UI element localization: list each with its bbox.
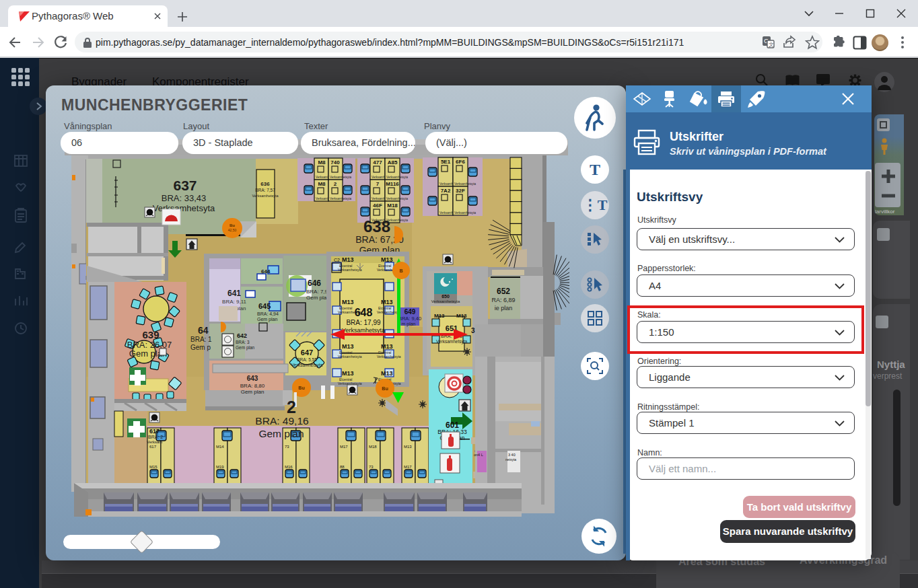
- svg-text:5E1: 5E1: [441, 159, 451, 165]
- svg-text:Verksamhetsyta: Verksamhetsyta: [252, 194, 279, 198]
- svg-text:Verksamhetsyta: Verksamhetsyta: [386, 176, 409, 179]
- svg-text:3 40: 3 40: [508, 453, 516, 457]
- svg-text:M13: M13: [456, 313, 467, 319]
- svg-text:M18: M18: [387, 203, 398, 209]
- svg-text:648: 648: [355, 307, 373, 318]
- svg-text:Verksamhetsyta: Verksamhetsyta: [342, 327, 385, 334]
- svg-text:647: 647: [301, 348, 313, 357]
- svg-text:BRA: 7,57: BRA: 7,57: [255, 188, 275, 192]
- svg-text:Gem p: Gem p: [190, 344, 211, 351]
- svg-text:BRA: 4,94: BRA: 4,94: [257, 311, 279, 316]
- svg-text:M13: M13: [342, 299, 354, 305]
- svg-text:M14: M14: [216, 445, 224, 449]
- svg-text:M13: M13: [434, 313, 445, 319]
- svg-text:BRA: 5,55: BRA: 5,55: [297, 357, 317, 362]
- svg-text:641: 641: [227, 289, 241, 298]
- svg-text:617: 617: [149, 445, 157, 449]
- svg-text:Gem plan: Gem plan: [257, 317, 277, 322]
- svg-text:46F: 46F: [373, 203, 382, 209]
- svg-text:Gem plan: Gem plan: [258, 428, 304, 439]
- svg-text:6F6: 6F6: [456, 159, 465, 165]
- svg-text:64: 64: [198, 325, 209, 336]
- svg-text:M8: M8: [318, 159, 326, 166]
- svg-text:BRA: 17,99: BRA: 17,99: [346, 319, 381, 326]
- svg-text:Verksamhetsyta: Verksamhetsyta: [454, 211, 476, 215]
- svg-text:Verksamhetsyta: Verksamhetsyta: [436, 339, 468, 344]
- svg-text:ie plan: ie plan: [495, 305, 513, 311]
- svg-text:BRA: 49,16: BRA: 49,16: [255, 415, 308, 427]
- svg-text:Verksamhetsyta: Verksamhetsyta: [377, 355, 401, 359]
- svg-text:BRA: 3: BRA: 3: [236, 340, 250, 344]
- svg-text:Verksamhetsyta: Verksamhetsyta: [291, 363, 323, 368]
- svg-text:B: B: [399, 268, 402, 273]
- svg-text:645: 645: [258, 302, 271, 310]
- svg-text:M18: M18: [369, 445, 377, 449]
- svg-text:637: 637: [173, 178, 197, 193]
- svg-text:文: 文: [769, 42, 774, 48]
- svg-text:Gem plan: Gem plan: [241, 389, 264, 395]
- svg-text:BRA: 2: BRA: 2: [148, 435, 163, 439]
- svg-text:M13: M13: [381, 299, 393, 305]
- svg-text:Verksam: Verksam: [147, 440, 162, 444]
- svg-text:m plan: m plan: [401, 322, 415, 327]
- svg-text:Verksamhetsyta: Verksamhetsyta: [330, 197, 352, 200]
- svg-text:650: 650: [442, 294, 450, 299]
- svg-text:740: 740: [330, 159, 340, 166]
- svg-text:7: 7: [376, 181, 380, 187]
- svg-text:M13: M13: [381, 343, 393, 350]
- svg-text:643: 643: [247, 375, 258, 382]
- svg-text:Gem plan: Gem plan: [236, 345, 255, 351]
- svg-text:M16: M16: [285, 465, 293, 469]
- svg-text:73: 73: [369, 465, 374, 469]
- svg-text:M13: M13: [381, 256, 393, 263]
- svg-text:32F: 32F: [456, 188, 465, 194]
- svg-text:M13: M13: [381, 370, 393, 377]
- svg-text:netsyta: netsyta: [505, 457, 516, 462]
- svg-text:M17: M17: [340, 445, 348, 449]
- svg-text:Gem plan: Gem plan: [306, 295, 330, 301]
- svg-text:636: 636: [260, 181, 270, 187]
- svg-text:88: 88: [340, 465, 345, 469]
- svg-text:Verksamhetsyta: Verksamhetsyta: [338, 355, 362, 359]
- svg-text:2: 2: [334, 181, 337, 187]
- svg-text:649: 649: [404, 308, 416, 316]
- svg-text:RA: 6,89: RA: 6,89: [491, 297, 515, 303]
- svg-text:M13: M13: [342, 343, 354, 350]
- svg-text:BRA: 33,43: BRA: 33,43: [162, 193, 207, 203]
- svg-text:Verksamhetsyta: Verksamhetsyta: [386, 197, 409, 200]
- svg-text:638: 638: [363, 217, 390, 235]
- svg-text:639: 639: [142, 329, 159, 340]
- svg-text:477: 477: [373, 159, 382, 166]
- svg-text:646: 646: [308, 279, 321, 288]
- svg-text:BRA: 9,40: BRA: 9,40: [398, 316, 421, 322]
- svg-text:Verksamhetsyta: Verksamhetsyta: [431, 299, 460, 303]
- svg-text:BRA: 8,80: BRA: 8,80: [240, 383, 265, 389]
- svg-text:73: 73: [285, 445, 289, 449]
- svg-text:C2: C2: [334, 258, 340, 262]
- svg-text:M13: M13: [342, 256, 354, 263]
- svg-text:M17: M17: [404, 465, 412, 469]
- svg-text:Bu: Bu: [229, 223, 235, 227]
- svg-text:Verksamhetsyta: Verksamhetsyta: [454, 182, 476, 186]
- svg-text:3: 3: [471, 327, 475, 334]
- svg-text:BRA: 1: BRA: 1: [190, 336, 212, 343]
- svg-text:M116: M116: [386, 181, 399, 187]
- svg-text:M13: M13: [342, 370, 354, 377]
- svg-text:2: 2: [287, 398, 296, 416]
- svg-text:M19: M19: [216, 465, 224, 469]
- svg-text:M15: M15: [149, 465, 157, 469]
- svg-text:642: 642: [237, 332, 247, 339]
- svg-text:on4 L: on4 L: [474, 453, 483, 457]
- svg-text:M8: M8: [318, 181, 326, 187]
- svg-text:617: 617: [149, 428, 160, 435]
- svg-text:42,50: 42,50: [228, 228, 237, 232]
- svg-text:652: 652: [497, 287, 510, 296]
- svg-text:BRA: 9,11: BRA: 9,11: [222, 299, 246, 305]
- svg-text:Verksamhetsyta: Verksamhetsyta: [330, 176, 352, 179]
- svg-text:A85: A85: [388, 159, 398, 166]
- svg-text:Bu: Bu: [382, 386, 388, 391]
- svg-text:7A2: 7A2: [441, 188, 451, 194]
- svg-text:M13: M13: [404, 445, 412, 449]
- svg-text:Bu: Bu: [298, 385, 304, 390]
- svg-text:644: 644: [261, 268, 271, 274]
